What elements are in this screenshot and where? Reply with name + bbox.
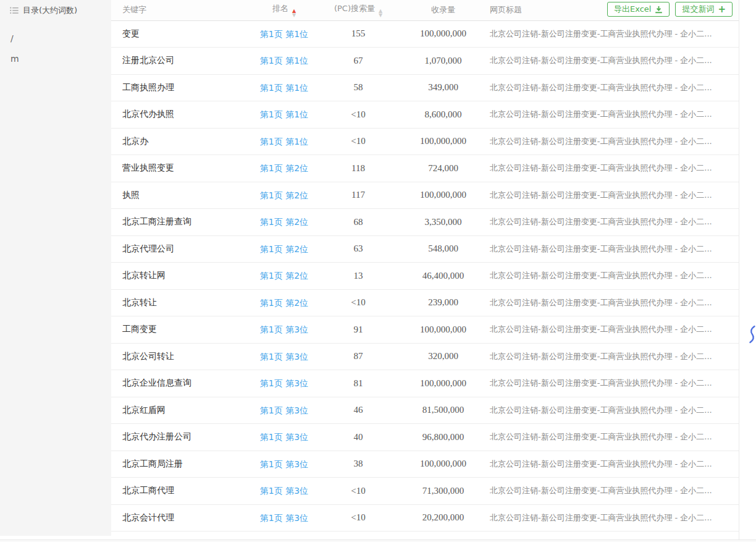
rank-link[interactable]: 第1页 第2位 [260,217,308,227]
column-header-index-count-label: 收录量 [431,5,455,14]
search-volume-cell: <10 [312,101,405,129]
search-volume-cell: 91 [312,316,405,344]
rank-link[interactable]: 第1页 第1位 [260,29,308,39]
table-row: 注册北京公司 第1页 第1位 67 1,070,000 北京公司注销-新公司注册… [111,48,739,75]
submit-new-words-label: 提交新词 [682,4,714,15]
keyword-cell: 北京企业信息查询 [111,370,256,397]
rank-cell: 第1页 第3位 [256,397,312,424]
rank-link[interactable]: 第1页 第3位 [260,486,308,496]
column-header-keyword: 关键字 [111,0,256,20]
search-volume-cell: 46 [312,397,405,424]
sidebar-title-label: 目录(大约词数) [23,5,77,16]
rank-cell: 第1页 第1位 [256,48,312,75]
index-count-cell: 239,000 [405,289,482,316]
rank-cell: 第1页 第1位 [256,20,312,48]
search-volume-cell: <10 [312,289,405,316]
rank-cell: 第1页 第2位 [256,182,312,209]
search-volume-cell: 87 [312,343,405,370]
table-row: 北京企业信息查询 第1页 第3位 81 100,000,000 北京公司注销-新… [111,370,739,397]
rank-cell: 第1页 第3位 [256,478,312,505]
index-count-cell: 100,000,000 [405,20,482,48]
column-header-search-volume-label: (PC)搜索量 [334,4,375,13]
page-title-cell: 北京公司注销-新公司注册变更-工商营业执照代办理 - 企小二... [482,316,739,344]
rank-link[interactable]: 第1页 第2位 [260,244,308,254]
submit-new-words-button[interactable]: 提交新词 + [675,2,733,17]
rank-sort-control[interactable]: ▲▼ [292,9,296,17]
rank-cell: 第1页 第3位 [256,370,312,397]
page-title-cell: 北京公司注销-新公司注册变更-工商营业执照代办理 - 企小二... [482,424,739,451]
rank-link[interactable]: 第1页 第3位 [260,513,308,523]
sort-down-icon[interactable]: ▼ [379,13,382,17]
rank-link[interactable]: 第1页 第2位 [260,298,308,308]
column-header-rank[interactable]: 排名▲▼ [256,0,312,20]
sidebar-item-root[interactable]: / [0,32,111,52]
page-title-cell: 北京公司注销-新公司注册变更-工商营业执照代办理 - 企小二... [482,74,739,101]
rank-link[interactable]: 第1页 第3位 [260,378,308,388]
table-row: 北京办 第1页 第1位 <10 100,000,000 北京公司注销-新公司注册… [111,128,739,155]
download-icon [655,6,663,14]
rank-cell: 第1页 第1位 [256,128,312,155]
rank-cell: 第1页 第3位 [256,504,312,531]
rank-link[interactable]: 第1页 第1位 [260,137,308,146]
table-body: 变更 第1页 第1位 155 100,000,000 北京公司注销-新公司注册变… [111,20,739,531]
rank-cell: 第1页 第3位 [256,316,312,344]
table-row: 北京公司转让 第1页 第3位 87 320,000 北京公司注销-新公司注册变更… [111,343,739,370]
rank-link[interactable]: 第1页 第2位 [260,190,308,200]
index-count-cell: 320,000 [405,343,482,370]
rank-link[interactable]: 第1页 第3位 [260,324,308,334]
table-row: 北京代办注册公司 第1页 第3位 40 96,800,000 北京公司注销-新公… [111,424,739,451]
sidebar-item-m[interactable]: m [0,52,111,72]
rank-link[interactable]: 第1页 第3位 [260,432,308,442]
page-title-cell: 北京公司注销-新公司注册变更-工商营业执照代办理 - 企小二... [482,101,739,129]
column-header-search-volume[interactable]: (PC)搜索量▲▼ [312,0,405,20]
keyword-cell: 北京转让 [111,289,256,316]
rank-link[interactable]: 第1页 第2位 [260,163,308,173]
table-row: 执照 第1页 第2位 117 100,000,000 北京公司注销-新公司注册变… [111,182,739,209]
rank-link[interactable]: 第1页 第3位 [260,352,308,362]
search-volume-cell: <10 [312,478,405,505]
index-count-cell: 20,200,000 [405,504,482,531]
keyword-cell: 北京代办执照 [111,101,256,129]
search-volume-cell: <10 [312,504,405,531]
rank-cell: 第1页 第1位 [256,74,312,101]
rank-cell: 第1页 第2位 [256,209,312,236]
table-row: 北京代理公司 第1页 第2位 63 548,000 北京公司注销-新公司注册变更… [111,235,739,263]
rank-link[interactable]: 第1页 第3位 [260,405,308,415]
table-row: 工商变更 第1页 第3位 91 100,000,000 北京公司注销-新公司注册… [111,316,739,344]
keyword-cell: 北京工商代理 [111,478,256,505]
rank-cell: 第1页 第2位 [256,155,312,182]
export-excel-label: 导出Excel [614,4,651,15]
sort-down-icon[interactable]: ▼ [292,13,296,17]
keyword-cell: 工商变更 [111,316,256,344]
keyword-cell: 北京代理公司 [111,235,256,263]
index-count-cell: 3,350,000 [405,209,482,236]
rank-link[interactable]: 第1页 第1位 [260,109,308,119]
page-title-cell: 北京公司注销-新公司注册变更-工商营业执照代办理 - 企小二... [482,48,739,75]
index-count-cell: 100,000,000 [405,128,482,155]
rank-link[interactable]: 第1页 第1位 [260,83,308,93]
main-panel: 关键字 排名▲▼ (PC)搜索量▲▼ 收录量 网页标题 变更 第1页 第1位 1… [111,0,739,540]
keyword-table: 关键字 排名▲▼ (PC)搜索量▲▼ 收录量 网页标题 变更 第1页 第1位 1… [111,0,739,531]
export-excel-button[interactable]: 导出Excel [607,2,670,17]
search-volume-cell: 68 [312,209,405,236]
table-row: 北京工商注册查询 第1页 第2位 68 3,350,000 北京公司注销-新公司… [111,209,739,236]
side-scroll-handle[interactable] [748,325,756,344]
index-count-cell: 724,000 [405,155,482,182]
index-count-cell: 349,000 [405,74,482,101]
keyword-cell: 北京红盾网 [111,397,256,424]
search-volume-cell: 117 [312,182,405,209]
rank-link[interactable]: 第1页 第3位 [260,459,308,469]
column-header-keyword-label: 关键字 [122,5,146,14]
rank-link[interactable]: 第1页 第1位 [260,56,308,66]
keyword-cell: 北京代办注册公司 [111,424,256,451]
page-title-cell: 北京公司注销-新公司注册变更-工商营业执照代办理 - 企小二... [482,504,739,531]
rank-link[interactable]: 第1页 第2位 [260,271,308,281]
search-volume-cell: 67 [312,48,405,75]
search-volume-cell: 40 [312,424,405,451]
page-title-cell: 北京公司注销-新公司注册变更-工商营业执照代办理 - 企小二... [482,263,739,290]
table-row: 北京转让 第1页 第2位 <10 239,000 北京公司注销-新公司注册变更-… [111,289,739,316]
page-title-cell: 北京公司注销-新公司注册变更-工商营业执照代办理 - 企小二... [482,20,739,48]
table-row: 北京会计代理 第1页 第3位 <10 20,200,000 北京公司注销-新公司… [111,504,739,531]
plus-icon: + [718,5,726,14]
search-volume-sort-control[interactable]: ▲▼ [379,9,382,17]
